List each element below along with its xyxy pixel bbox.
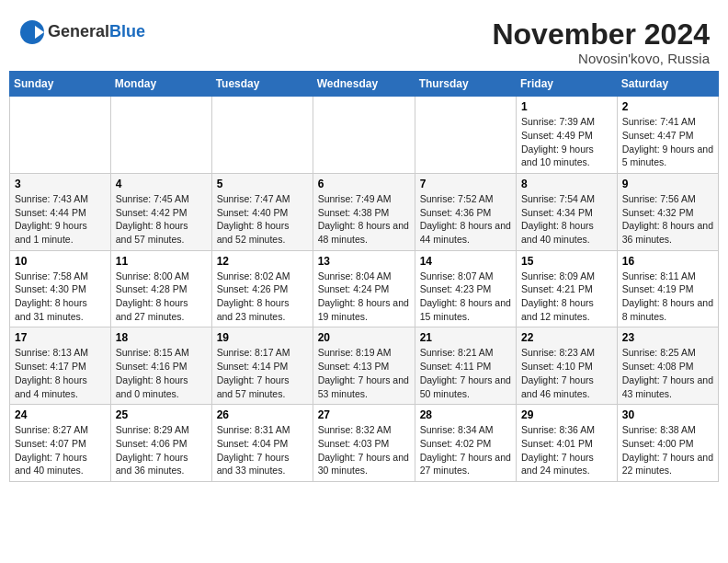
day-number: 18 bbox=[116, 331, 207, 344]
calendar-cell: 8Sunrise: 7:54 AMSunset: 4:34 PMDaylight… bbox=[517, 173, 618, 250]
day-detail: Sunrise: 7:41 AMSunset: 4:47 PMDaylight:… bbox=[622, 115, 713, 169]
calendar-week-3: 10Sunrise: 7:58 AMSunset: 4:30 PMDayligh… bbox=[10, 250, 719, 327]
day-detail: Sunrise: 8:17 AMSunset: 4:14 PMDaylight:… bbox=[217, 346, 308, 400]
day-number: 25 bbox=[116, 408, 207, 421]
day-number: 30 bbox=[622, 408, 713, 421]
day-detail: Sunrise: 8:19 AMSunset: 4:13 PMDaylight:… bbox=[318, 346, 410, 400]
day-number: 28 bbox=[420, 408, 511, 421]
calendar-body: 1Sunrise: 7:39 AMSunset: 4:49 PMDaylight… bbox=[10, 97, 719, 482]
calendar-cell: 5Sunrise: 7:47 AMSunset: 4:40 PMDaylight… bbox=[211, 173, 313, 250]
calendar-cell: 11Sunrise: 8:00 AMSunset: 4:28 PMDayligh… bbox=[110, 250, 211, 327]
day-number: 19 bbox=[217, 331, 308, 344]
day-number: 14 bbox=[420, 255, 511, 268]
day-detail: Sunrise: 8:31 AMSunset: 4:04 PMDaylight:… bbox=[217, 423, 308, 477]
calendar-cell bbox=[211, 97, 313, 174]
calendar-cell: 14Sunrise: 8:07 AMSunset: 4:23 PMDayligh… bbox=[415, 250, 516, 327]
calendar-cell: 13Sunrise: 8:04 AMSunset: 4:24 PMDayligh… bbox=[313, 250, 415, 327]
calendar-cell: 20Sunrise: 8:19 AMSunset: 4:13 PMDayligh… bbox=[313, 327, 415, 405]
calendar-cell: 9Sunrise: 7:56 AMSunset: 4:32 PMDaylight… bbox=[617, 173, 718, 250]
day-detail: Sunrise: 7:39 AMSunset: 4:49 PMDaylight:… bbox=[521, 115, 612, 169]
day-number: 5 bbox=[217, 178, 308, 190]
calendar-cell: 4Sunrise: 7:45 AMSunset: 4:42 PMDaylight… bbox=[110, 173, 211, 250]
day-detail: Sunrise: 8:07 AMSunset: 4:23 PMDaylight:… bbox=[420, 270, 511, 324]
day-number: 20 bbox=[318, 331, 410, 344]
calendar-cell: 21Sunrise: 8:21 AMSunset: 4:11 PMDayligh… bbox=[415, 327, 516, 405]
day-number: 17 bbox=[15, 331, 106, 344]
calendar-cell: 22Sunrise: 8:23 AMSunset: 4:10 PMDayligh… bbox=[517, 327, 618, 405]
day-detail: Sunrise: 8:38 AMSunset: 4:00 PMDaylight:… bbox=[622, 423, 713, 477]
calendar-cell bbox=[10, 97, 111, 174]
day-number: 21 bbox=[420, 331, 511, 344]
calendar-week-4: 17Sunrise: 8:13 AMSunset: 4:17 PMDayligh… bbox=[10, 327, 719, 405]
day-number: 8 bbox=[521, 178, 612, 190]
day-number: 11 bbox=[116, 255, 207, 268]
day-detail: Sunrise: 7:56 AMSunset: 4:32 PMDaylight:… bbox=[622, 192, 713, 247]
calendar-cell: 12Sunrise: 8:02 AMSunset: 4:26 PMDayligh… bbox=[211, 250, 313, 327]
header-cell-saturday: Saturday bbox=[617, 72, 718, 97]
calendar-cell: 29Sunrise: 8:36 AMSunset: 4:01 PMDayligh… bbox=[517, 405, 618, 482]
header-cell-wednesday: Wednesday bbox=[313, 72, 415, 97]
page-subtitle: Novosin'kovo, Russia bbox=[492, 51, 710, 66]
calendar-cell: 16Sunrise: 8:11 AMSunset: 4:19 PMDayligh… bbox=[617, 250, 718, 327]
day-detail: Sunrise: 8:11 AMSunset: 4:19 PMDaylight:… bbox=[622, 270, 713, 324]
day-detail: Sunrise: 8:15 AMSunset: 4:16 PMDaylight:… bbox=[116, 346, 207, 400]
calendar-cell: 2Sunrise: 7:41 AMSunset: 4:47 PMDaylight… bbox=[617, 97, 718, 174]
day-number: 7 bbox=[420, 178, 511, 190]
day-number: 1 bbox=[521, 100, 612, 113]
day-number: 13 bbox=[318, 255, 410, 268]
day-detail: Sunrise: 7:45 AMSunset: 4:42 PMDaylight:… bbox=[116, 192, 207, 247]
calendar-table: SundayMondayTuesdayWednesdayThursdayFrid… bbox=[9, 71, 719, 482]
header-cell-friday: Friday bbox=[517, 72, 618, 97]
day-detail: Sunrise: 7:52 AMSunset: 4:36 PMDaylight:… bbox=[420, 192, 511, 247]
calendar-cell: 6Sunrise: 7:49 AMSunset: 4:38 PMDaylight… bbox=[313, 173, 415, 250]
logo-line1: General bbox=[48, 22, 109, 40]
day-detail: Sunrise: 8:21 AMSunset: 4:11 PMDaylight:… bbox=[420, 346, 511, 400]
page-header: GeneralBlue November 2024 Novosin'kovo, … bbox=[9, 9, 719, 71]
calendar-cell: 28Sunrise: 8:34 AMSunset: 4:02 PMDayligh… bbox=[415, 405, 516, 482]
day-number: 12 bbox=[217, 255, 308, 268]
calendar-header: SundayMondayTuesdayWednesdayThursdayFrid… bbox=[10, 72, 719, 97]
logo-line2: Blue bbox=[109, 22, 145, 40]
day-number: 16 bbox=[622, 255, 713, 268]
day-number: 27 bbox=[318, 408, 410, 421]
day-number: 10 bbox=[15, 255, 106, 268]
day-number: 3 bbox=[15, 178, 106, 190]
day-number: 9 bbox=[622, 178, 713, 190]
calendar-cell: 3Sunrise: 7:43 AMSunset: 4:44 PMDaylight… bbox=[10, 173, 111, 250]
day-number: 23 bbox=[622, 331, 713, 344]
day-detail: Sunrise: 7:43 AMSunset: 4:44 PMDaylight:… bbox=[15, 192, 106, 247]
day-detail: Sunrise: 8:02 AMSunset: 4:26 PMDaylight:… bbox=[217, 270, 308, 324]
day-number: 26 bbox=[217, 408, 308, 421]
day-detail: Sunrise: 8:13 AMSunset: 4:17 PMDaylight:… bbox=[15, 346, 106, 400]
day-number: 4 bbox=[116, 178, 207, 190]
day-detail: Sunrise: 8:23 AMSunset: 4:10 PMDaylight:… bbox=[521, 346, 612, 400]
calendar-cell: 15Sunrise: 8:09 AMSunset: 4:21 PMDayligh… bbox=[517, 250, 618, 327]
day-detail: Sunrise: 8:29 AMSunset: 4:06 PMDaylight:… bbox=[116, 423, 207, 477]
day-number: 2 bbox=[622, 100, 713, 113]
day-detail: Sunrise: 8:00 AMSunset: 4:28 PMDaylight:… bbox=[116, 270, 207, 324]
day-detail: Sunrise: 7:47 AMSunset: 4:40 PMDaylight:… bbox=[217, 192, 308, 247]
calendar-cell bbox=[415, 97, 516, 174]
day-detail: Sunrise: 8:09 AMSunset: 4:21 PMDaylight:… bbox=[521, 270, 612, 324]
calendar-cell: 24Sunrise: 8:27 AMSunset: 4:07 PMDayligh… bbox=[10, 405, 111, 482]
header-cell-monday: Monday bbox=[110, 72, 211, 97]
calendar-week-5: 24Sunrise: 8:27 AMSunset: 4:07 PMDayligh… bbox=[10, 405, 719, 482]
day-detail: Sunrise: 8:27 AMSunset: 4:07 PMDaylight:… bbox=[15, 423, 106, 477]
day-number: 29 bbox=[521, 408, 612, 421]
day-detail: Sunrise: 8:04 AMSunset: 4:24 PMDaylight:… bbox=[318, 270, 410, 324]
calendar-cell: 26Sunrise: 8:31 AMSunset: 4:04 PMDayligh… bbox=[211, 405, 313, 482]
logo-icon bbox=[18, 18, 46, 46]
day-detail: Sunrise: 8:32 AMSunset: 4:03 PMDaylight:… bbox=[318, 423, 410, 477]
calendar-cell: 1Sunrise: 7:39 AMSunset: 4:49 PMDaylight… bbox=[517, 97, 618, 174]
header-row: SundayMondayTuesdayWednesdayThursdayFrid… bbox=[10, 72, 719, 97]
calendar-cell: 7Sunrise: 7:52 AMSunset: 4:36 PMDaylight… bbox=[415, 173, 516, 250]
day-number: 6 bbox=[318, 178, 410, 190]
calendar-cell: 30Sunrise: 8:38 AMSunset: 4:00 PMDayligh… bbox=[617, 405, 718, 482]
calendar-cell: 17Sunrise: 8:13 AMSunset: 4:17 PMDayligh… bbox=[10, 327, 111, 405]
day-detail: Sunrise: 8:34 AMSunset: 4:02 PMDaylight:… bbox=[420, 423, 511, 477]
calendar-cell: 23Sunrise: 8:25 AMSunset: 4:08 PMDayligh… bbox=[617, 327, 718, 405]
calendar-cell: 10Sunrise: 7:58 AMSunset: 4:30 PMDayligh… bbox=[10, 250, 111, 327]
calendar-cell bbox=[313, 97, 415, 174]
calendar-week-2: 3Sunrise: 7:43 AMSunset: 4:44 PMDaylight… bbox=[10, 173, 719, 250]
header-cell-thursday: Thursday bbox=[415, 72, 516, 97]
